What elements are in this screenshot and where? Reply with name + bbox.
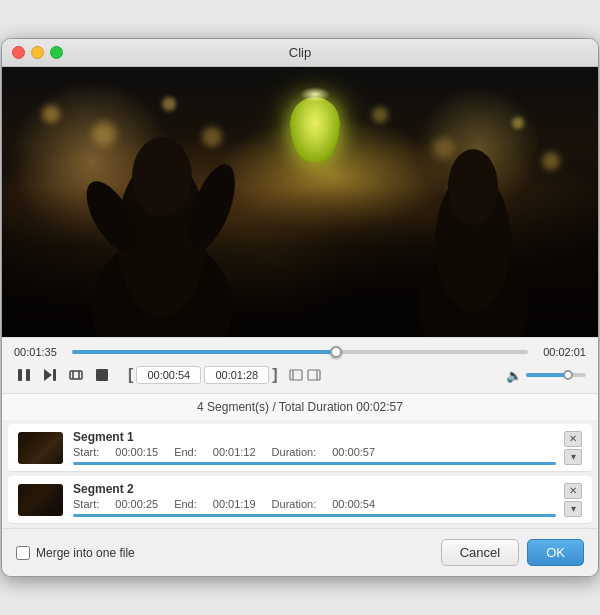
volume-control: 🔈 — [506, 368, 586, 383]
video-player[interactable] — [2, 67, 598, 337]
trim-inputs: [ ] — [128, 366, 278, 384]
segment-item: Segment 2 Start: 00:00:25 End: 00:01:19 … — [8, 476, 592, 524]
segment-2-thumb-image — [18, 484, 63, 516]
bokeh-light — [512, 117, 524, 129]
segment-2-actions: ✕ ▾ — [564, 483, 582, 517]
title-bar: Clip — [2, 39, 598, 67]
total-time: 00:02:01 — [536, 346, 586, 358]
segment-2-start: 00:00:25 — [115, 498, 158, 510]
segment-count-label: 4 Segment(s) / Total Duration 00:02:57 — [197, 400, 403, 414]
segment-1-track — [73, 462, 556, 465]
svg-rect-16 — [290, 370, 302, 380]
video-scene — [2, 67, 598, 337]
segment-item: Segment 1 Start: 00:00:15 End: 00:01:12 … — [8, 424, 592, 472]
segment-1-details: Start: 00:00:15 End: 00:01:12 Duration: … — [73, 446, 556, 458]
segment-1-duration-label: Duration: — [272, 446, 317, 458]
svg-point-7 — [448, 149, 498, 225]
trim-start-input[interactable] — [136, 366, 201, 384]
lantern-body — [290, 97, 340, 162]
bokeh-light — [162, 97, 176, 111]
figure-left — [82, 137, 242, 337]
bracket-open: [ — [128, 366, 133, 384]
close-button[interactable] — [12, 46, 25, 59]
segment-1-thumb-image — [18, 432, 63, 464]
current-time: 00:01:35 — [14, 346, 64, 358]
segment-1-duration: 00:00:57 — [332, 446, 375, 458]
main-window: Clip — [1, 38, 599, 577]
timeline-progress — [72, 350, 336, 354]
svg-rect-11 — [53, 369, 56, 381]
bokeh-light — [542, 152, 560, 170]
segment-1-delete[interactable]: ✕ — [564, 431, 582, 447]
svg-rect-12 — [70, 371, 82, 379]
segment-1-start: 00:00:15 — [115, 446, 158, 458]
minimize-button[interactable] — [31, 46, 44, 59]
trim-handle-left — [288, 367, 322, 383]
ok-button[interactable]: OK — [527, 539, 584, 566]
segment-1-actions: ✕ ▾ — [564, 431, 582, 465]
bokeh-light — [372, 107, 388, 123]
maximize-button[interactable] — [50, 46, 63, 59]
step-forward-button[interactable] — [40, 365, 60, 385]
volume-slider[interactable] — [526, 373, 586, 377]
loop-button[interactable] — [66, 365, 86, 385]
segment-1-data: Segment 1 Start: 00:00:15 End: 00:01:12 … — [73, 430, 556, 465]
segment-1-thumbnail — [18, 432, 63, 464]
window-controls — [12, 46, 63, 59]
svg-marker-10 — [44, 369, 52, 381]
bracket-close: ] — [272, 366, 277, 384]
svg-rect-8 — [18, 369, 22, 381]
stop-button[interactable] — [92, 365, 112, 385]
svg-point-2 — [132, 137, 192, 217]
segment-2-end-label: End: — [174, 498, 197, 510]
controls-bar: 00:01:35 00:02:01 [ — [2, 337, 598, 393]
segment-2-delete[interactable]: ✕ — [564, 483, 582, 499]
segment-1-down[interactable]: ▾ — [564, 449, 582, 465]
segment-2-duration: 00:00:54 — [332, 498, 375, 510]
segment-2-down[interactable]: ▾ — [564, 501, 582, 517]
timeline-row: 00:01:35 00:02:01 — [14, 346, 586, 358]
svg-rect-18 — [308, 370, 320, 380]
segment-2-track — [73, 514, 556, 517]
svg-rect-9 — [26, 369, 30, 381]
segment-1-end-label: End: — [174, 446, 197, 458]
merge-checkbox[interactable] — [16, 546, 30, 560]
svg-rect-15 — [96, 369, 108, 381]
segment-info: 4 Segment(s) / Total Duration 00:02:57 — [2, 393, 598, 420]
pause-button[interactable] — [14, 365, 34, 385]
volume-icon: 🔈 — [506, 368, 522, 383]
segment-1-start-label: Start: — [73, 446, 99, 458]
merge-checkbox-label[interactable]: Merge into one file — [16, 546, 135, 560]
lantern-glow — [300, 87, 330, 102]
volume-fill — [526, 373, 568, 377]
segment-2-start-label: Start: — [73, 498, 99, 510]
segment-2-data: Segment 2 Start: 00:00:25 End: 00:01:19 … — [73, 482, 556, 517]
timeline-track[interactable] — [72, 350, 528, 354]
trim-icon-right — [306, 367, 322, 383]
segment-2-duration-label: Duration: — [272, 498, 317, 510]
cancel-button[interactable]: Cancel — [441, 539, 519, 566]
segment-1-end: 00:01:12 — [213, 446, 256, 458]
segment-2-thumbnail — [18, 484, 63, 516]
buttons-row: [ ] 🔈 — [14, 365, 586, 385]
merge-label: Merge into one file — [36, 546, 135, 560]
segment-2-details: Start: 00:00:25 End: 00:01:19 Duration: … — [73, 498, 556, 510]
figure-right — [408, 147, 538, 337]
bokeh-light — [42, 105, 60, 123]
segment-2-end: 00:01:19 — [213, 498, 256, 510]
trim-end-input[interactable] — [204, 366, 269, 384]
segment-2-name: Segment 2 — [73, 482, 556, 496]
trim-icon-left — [288, 367, 304, 383]
segment-1-name: Segment 1 — [73, 430, 556, 444]
window-title: Clip — [289, 45, 311, 60]
footer: Merge into one file Cancel OK — [2, 528, 598, 576]
timeline-thumb[interactable] — [330, 346, 342, 358]
lantern — [290, 97, 340, 167]
segments-list: Segment 1 Start: 00:00:15 End: 00:01:12 … — [2, 420, 598, 528]
volume-thumb[interactable] — [563, 370, 573, 380]
